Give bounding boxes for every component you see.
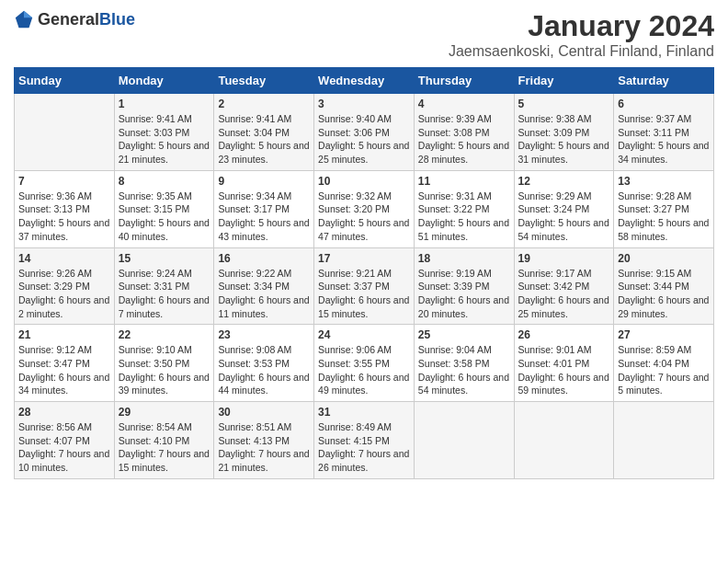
sunrise-text: Sunrise: 9:01 AM	[518, 343, 610, 357]
header-day-tuesday: Tuesday	[214, 68, 314, 94]
sunrise-text: Sunrise: 9:39 AM	[418, 112, 510, 126]
day-number: 23	[218, 328, 310, 341]
calendar-week-row: 1Sunrise: 9:41 AMSunset: 3:03 PMDaylight…	[15, 94, 714, 171]
sunrise-text: Sunrise: 9:38 AM	[518, 112, 610, 126]
day-info: Sunrise: 9:34 AMSunset: 3:17 PMDaylight:…	[218, 190, 310, 244]
daylight-text: Daylight: 5 hours and 31 minutes.	[518, 139, 610, 166]
day-number: 27	[618, 328, 710, 341]
sunset-text: Sunset: 4:13 PM	[218, 434, 310, 448]
daylight-text: Daylight: 6 hours and 39 minutes.	[119, 371, 210, 397]
day-number: 18	[418, 252, 510, 265]
sunset-text: Sunset: 3:58 PM	[418, 357, 510, 371]
day-number: 15	[119, 252, 210, 265]
daylight-text: Daylight: 6 hours and 59 minutes.	[518, 371, 610, 397]
daylight-text: Daylight: 5 hours and 54 minutes.	[518, 216, 610, 243]
sunrise-text: Sunrise: 9:10 AM	[119, 343, 210, 357]
sunset-text: Sunset: 3:04 PM	[218, 126, 310, 140]
svg-marker-1	[24, 11, 32, 17]
daylight-text: Daylight: 5 hours and 58 minutes.	[618, 216, 710, 243]
page-header: GeneralBlue January 2024 Jaemsaenkoski, …	[14, 9, 714, 60]
day-info: Sunrise: 9:22 AMSunset: 3:34 PMDaylight:…	[218, 267, 310, 321]
calendar-cell: 3Sunrise: 9:40 AMSunset: 3:06 PMDaylight…	[314, 94, 415, 171]
sunset-text: Sunset: 3:47 PM	[18, 357, 110, 371]
daylight-text: Daylight: 5 hours and 47 minutes.	[318, 216, 410, 243]
sunrise-text: Sunrise: 9:31 AM	[418, 190, 510, 203]
calendar-cell: 7Sunrise: 9:36 AMSunset: 3:13 PMDaylight…	[15, 170, 115, 247]
sunrise-text: Sunrise: 8:49 AM	[318, 420, 410, 434]
daylight-text: Daylight: 7 hours and 26 minutes.	[318, 447, 410, 474]
sunrise-text: Sunrise: 9:36 AM	[18, 190, 110, 203]
daylight-text: Daylight: 5 hours and 43 minutes.	[218, 216, 310, 243]
day-number: 2	[218, 98, 310, 110]
day-number: 28	[18, 406, 110, 419]
sunset-text: Sunset: 3:29 PM	[18, 280, 110, 293]
calendar-cell: 18Sunrise: 9:19 AMSunset: 3:39 PMDayligh…	[414, 247, 514, 325]
day-number: 31	[318, 406, 410, 419]
sunrise-text: Sunrise: 9:32 AM	[318, 190, 410, 203]
day-number: 21	[18, 328, 110, 341]
sunset-text: Sunset: 3:27 PM	[618, 202, 710, 216]
calendar-cell: 1Sunrise: 9:41 AMSunset: 3:03 PMDaylight…	[114, 94, 214, 171]
sunset-text: Sunset: 3:22 PM	[418, 202, 510, 216]
logo-blue-text: Blue	[99, 10, 135, 29]
day-number: 9	[218, 175, 310, 188]
daylight-text: Daylight: 6 hours and 34 minutes.	[18, 371, 110, 397]
day-number: 6	[618, 98, 710, 110]
daylight-text: Daylight: 6 hours and 20 minutes.	[418, 293, 510, 320]
sunset-text: Sunset: 4:15 PM	[318, 434, 410, 448]
location-title: Jaemsaenkoski, Central Finland, Finland	[449, 43, 714, 60]
daylight-text: Daylight: 5 hours and 37 minutes.	[18, 216, 110, 243]
calendar-week-row: 21Sunrise: 9:12 AMSunset: 3:47 PMDayligh…	[15, 325, 714, 402]
day-number: 30	[218, 406, 310, 419]
daylight-text: Daylight: 6 hours and 2 minutes.	[18, 293, 110, 320]
header-day-wednesday: Wednesday	[314, 68, 415, 94]
sunset-text: Sunset: 3:13 PM	[18, 202, 110, 216]
calendar-cell: 12Sunrise: 9:29 AMSunset: 3:24 PMDayligh…	[514, 170, 614, 247]
day-info: Sunrise: 9:40 AMSunset: 3:06 PMDaylight:…	[318, 112, 410, 167]
sunrise-text: Sunrise: 9:17 AM	[518, 267, 610, 281]
sunset-text: Sunset: 3:11 PM	[618, 126, 710, 140]
sunrise-text: Sunrise: 9:41 AM	[218, 112, 310, 126]
day-info: Sunrise: 8:49 AMSunset: 4:15 PMDaylight:…	[318, 420, 410, 475]
day-info: Sunrise: 9:41 AMSunset: 3:04 PMDaylight:…	[218, 112, 310, 167]
calendar-cell: 11Sunrise: 9:31 AMSunset: 3:22 PMDayligh…	[414, 170, 514, 247]
sunset-text: Sunset: 4:04 PM	[618, 357, 710, 371]
title-section: January 2024 Jaemsaenkoski, Central Finl…	[449, 9, 714, 60]
daylight-text: Daylight: 6 hours and 44 minutes.	[218, 371, 310, 397]
header-day-thursday: Thursday	[414, 68, 514, 94]
calendar-table: SundayMondayTuesdayWednesdayThursdayFrid…	[14, 67, 714, 479]
calendar-cell: 23Sunrise: 9:08 AMSunset: 3:53 PMDayligh…	[214, 325, 314, 402]
daylight-text: Daylight: 6 hours and 29 minutes.	[618, 293, 710, 320]
sunset-text: Sunset: 3:37 PM	[318, 280, 410, 293]
daylight-text: Daylight: 6 hours and 11 minutes.	[218, 293, 310, 320]
day-number: 17	[318, 252, 410, 265]
calendar-cell	[15, 94, 115, 171]
header-day-monday: Monday	[114, 68, 214, 94]
header-day-sunday: Sunday	[15, 68, 115, 94]
sunset-text: Sunset: 3:34 PM	[218, 280, 310, 293]
calendar-cell	[514, 402, 614, 479]
calendar-cell: 24Sunrise: 9:06 AMSunset: 3:55 PMDayligh…	[314, 325, 415, 402]
calendar-cell: 14Sunrise: 9:26 AMSunset: 3:29 PMDayligh…	[15, 247, 115, 325]
calendar-week-row: 28Sunrise: 8:56 AMSunset: 4:07 PMDayligh…	[15, 402, 714, 479]
day-number: 26	[518, 328, 610, 341]
day-info: Sunrise: 9:21 AMSunset: 3:37 PMDaylight:…	[318, 267, 410, 321]
day-info: Sunrise: 9:41 AMSunset: 3:03 PMDaylight:…	[119, 112, 210, 167]
calendar-cell: 25Sunrise: 9:04 AMSunset: 3:58 PMDayligh…	[414, 325, 514, 402]
header-day-saturday: Saturday	[614, 68, 714, 94]
calendar-cell: 30Sunrise: 8:51 AMSunset: 4:13 PMDayligh…	[214, 402, 314, 479]
day-number: 14	[18, 252, 110, 265]
month-title: January 2024	[449, 9, 714, 43]
day-info: Sunrise: 9:12 AMSunset: 3:47 PMDaylight:…	[18, 343, 110, 397]
day-info: Sunrise: 8:54 AMSunset: 4:10 PMDaylight:…	[119, 420, 210, 475]
day-info: Sunrise: 9:04 AMSunset: 3:58 PMDaylight:…	[418, 343, 510, 397]
day-info: Sunrise: 9:19 AMSunset: 3:39 PMDaylight:…	[418, 267, 510, 321]
daylight-text: Daylight: 6 hours and 25 minutes.	[518, 293, 610, 320]
day-info: Sunrise: 9:31 AMSunset: 3:22 PMDaylight:…	[418, 190, 510, 244]
day-info: Sunrise: 8:56 AMSunset: 4:07 PMDaylight:…	[18, 420, 110, 475]
sunrise-text: Sunrise: 8:59 AM	[618, 343, 710, 357]
day-number: 13	[618, 175, 710, 188]
day-number: 12	[518, 175, 610, 188]
daylight-text: Daylight: 6 hours and 7 minutes.	[119, 293, 210, 320]
calendar-cell	[614, 402, 714, 479]
